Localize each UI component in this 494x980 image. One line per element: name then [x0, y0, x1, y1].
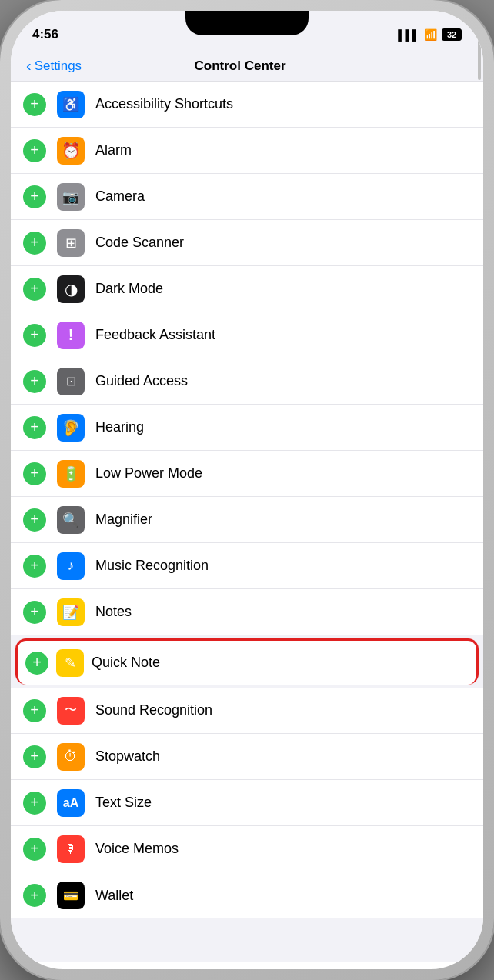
item-label: Quick Note: [92, 655, 469, 671]
list-item[interactable]: ⊡ Guided Access: [11, 358, 483, 405]
list-item[interactable]: ◑ Dark Mode: [11, 266, 483, 312]
item-label: Hearing: [95, 419, 471, 435]
sound-recognition-icon: 〜: [57, 697, 85, 725]
magnifier-icon: 🔍: [57, 506, 85, 534]
status-time: 4:56: [32, 27, 58, 42]
item-label: Sound Recognition: [95, 702, 471, 718]
quick-note-wrapper: ✎ Quick Note: [11, 635, 483, 688]
list-item[interactable]: aA Text Size: [11, 780, 483, 826]
signal-icon: ▌▌▌: [398, 29, 419, 41]
back-label: Settings: [35, 58, 82, 74]
stopwatch-icon: ⏱: [57, 743, 85, 771]
add-button[interactable]: [23, 232, 46, 255]
item-label: Feedback Assistant: [95, 327, 471, 343]
back-chevron-icon: ‹: [26, 57, 32, 75]
alarm-icon: ⏰: [57, 137, 85, 165]
list-item[interactable]: 🔋 Low Power Mode: [11, 451, 483, 497]
voice-memos-icon: 🎙: [57, 835, 85, 863]
text-size-icon: aA: [57, 789, 85, 817]
items-list: ♿ Accessibility Shortcuts ⏰ Alarm 📷 Came…: [11, 82, 483, 918]
back-button[interactable]: ‹ Settings: [26, 57, 82, 75]
phone-screen: 4:56 ▌▌▌ 📶 32 ‹ Settings Control Center: [11, 11, 483, 969]
add-button[interactable]: [23, 838, 46, 861]
list-item[interactable]: ⊞ Code Scanner: [11, 220, 483, 266]
list-item[interactable]: ! Feedback Assistant: [11, 312, 483, 358]
add-button[interactable]: [23, 185, 46, 208]
status-icons: ▌▌▌ 📶 32: [398, 28, 462, 41]
add-button[interactable]: [23, 462, 46, 485]
add-button[interactable]: [23, 601, 46, 624]
list-item[interactable]: 🔍 Magnifier: [11, 497, 483, 543]
scroll-indicator: [478, 34, 481, 80]
list-item[interactable]: 🎙 Voice Memos: [11, 826, 483, 872]
item-label: Voice Memos: [95, 841, 471, 857]
add-button[interactable]: [23, 508, 46, 532]
add-button[interactable]: [23, 93, 46, 116]
content-area: ♿ Accessibility Shortcuts ⏰ Alarm 📷 Came…: [11, 82, 483, 962]
list-item[interactable]: ♪ Music Recognition: [11, 543, 483, 589]
item-label: Low Power Mode: [95, 465, 471, 482]
dark-mode-icon: ◑: [57, 275, 85, 303]
list-item[interactable]: ♿ Accessibility Shortcuts: [11, 82, 483, 128]
item-label: Alarm: [95, 142, 471, 158]
list-item[interactable]: 🦻 Hearing: [11, 405, 483, 451]
guided-access-icon: ⊡: [57, 368, 85, 395]
list-item[interactable]: 〜 Sound Recognition: [11, 688, 483, 734]
wallet-icon: 💳: [57, 882, 85, 909]
add-button[interactable]: [23, 555, 46, 578]
list-item[interactable]: 📝 Notes: [11, 589, 483, 635]
battery-indicator: 32: [442, 28, 462, 41]
item-label: Accessibility Shortcuts: [95, 96, 471, 112]
low-power-mode-icon: 🔋: [57, 460, 85, 488]
item-label: Stopwatch: [95, 748, 471, 765]
item-label: Text Size: [95, 795, 471, 811]
add-button[interactable]: [23, 699, 46, 722]
list-item[interactable]: ⏱ Stopwatch: [11, 734, 483, 780]
phone-frame: 4:56 ▌▌▌ 📶 32 ‹ Settings Control Center: [0, 0, 494, 980]
item-label: Music Recognition: [95, 558, 471, 574]
add-button[interactable]: [23, 416, 46, 439]
add-button[interactable]: [23, 139, 46, 162]
add-button[interactable]: [25, 652, 48, 675]
item-label: Dark Mode: [95, 281, 471, 297]
wifi-icon: 📶: [424, 28, 437, 41]
music-recognition-icon: ♪: [57, 552, 85, 580]
add-button[interactable]: [23, 278, 46, 301]
camera-icon: 📷: [57, 183, 85, 211]
item-label: Code Scanner: [95, 235, 471, 251]
notch: [185, 11, 309, 35]
notes-icon: 📝: [57, 598, 85, 626]
item-label: Magnifier: [95, 512, 471, 528]
quick-note-icon: ✎: [56, 649, 84, 677]
page-title: Control Center: [82, 58, 399, 74]
status-bar: 4:56 ▌▌▌ 📶 32: [11, 11, 483, 49]
hearing-icon: 🦻: [57, 414, 85, 442]
navigation-bar: ‹ Settings Control Center: [11, 49, 483, 82]
item-label: Wallet: [95, 888, 471, 904]
feedback-assistant-icon: !: [57, 322, 85, 349]
add-button[interactable]: [23, 884, 46, 907]
item-label: Notes: [95, 604, 471, 620]
add-button[interactable]: [23, 792, 46, 815]
quick-note-item[interactable]: ✎ Quick Note: [15, 638, 479, 685]
add-button[interactable]: [23, 324, 46, 347]
item-label: Camera: [95, 188, 471, 205]
accessibility-shortcuts-icon: ♿: [57, 91, 85, 118]
add-button[interactable]: [23, 745, 46, 768]
add-button[interactable]: [23, 370, 46, 393]
list-item[interactable]: 📷 Camera: [11, 174, 483, 220]
code-scanner-icon: ⊞: [57, 229, 85, 257]
item-label: Guided Access: [95, 373, 471, 389]
list-item[interactable]: ⏰ Alarm: [11, 128, 483, 174]
list-item[interactable]: 💳 Wallet: [11, 872, 483, 918]
